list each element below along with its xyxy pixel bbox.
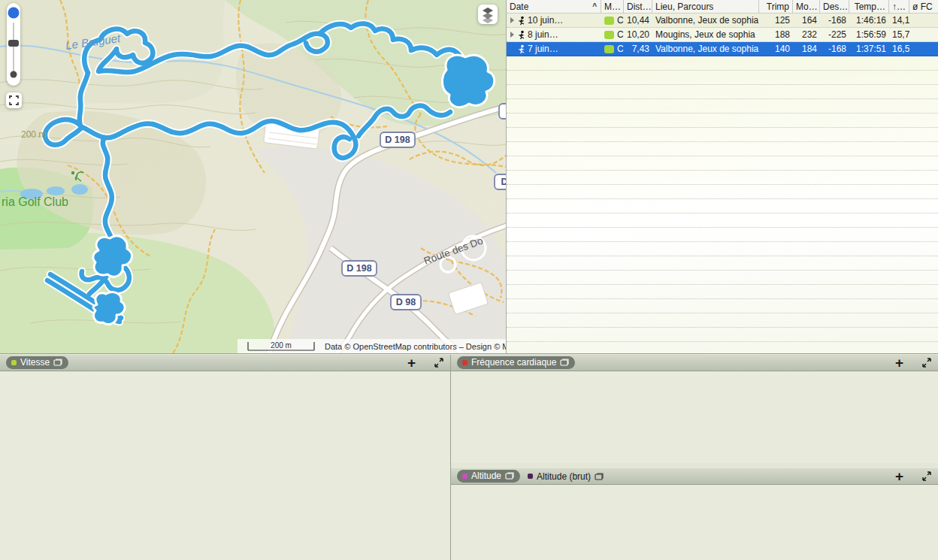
table-row[interactable]: 10 juin…C…10,44Valbonne, Jeux de sophia1… xyxy=(507,14,938,28)
row-temps: 1:37:51 xyxy=(849,44,889,54)
popup-icon[interactable] xyxy=(595,473,604,480)
locate-button[interactable] xyxy=(8,8,20,19)
shield-d98: D 98 xyxy=(396,297,416,307)
add-curve-button[interactable]: + xyxy=(895,470,903,483)
row-lieu: Valbonne, Jeux de sophia xyxy=(652,15,759,26)
vitesse-color-square xyxy=(11,360,17,365)
map-footer: 200 m Data © OpenStreetMap contributors … xyxy=(238,339,507,353)
top-section: Le Bruguet 200 m ria Golf Club Route des… xyxy=(0,0,938,354)
row-montee: 232 xyxy=(793,29,820,40)
altitude-brut-label[interactable]: Altitude (brut) xyxy=(528,471,604,482)
table-header: Date^ M… Dist… Lieu, Parcours Trimp Mo… … xyxy=(507,0,938,14)
popup-icon[interactable] xyxy=(560,359,569,366)
col-date[interactable]: Date^ xyxy=(507,0,601,14)
row-trimp: 188 xyxy=(759,29,793,40)
scale-label: 200 m xyxy=(271,341,292,350)
shield-d198-2: D 198 xyxy=(346,263,371,274)
vitesse-title: Vitesse xyxy=(20,357,50,368)
row-montee: 184 xyxy=(793,44,820,54)
fullscreen-button[interactable] xyxy=(6,92,22,108)
table-row[interactable]: 8 juin…C…10,20Mougins, Jeux de sophia188… xyxy=(507,28,938,42)
right-chart-column: Fréquence cardiaque + xyxy=(451,355,938,560)
fc-header: Fréquence cardiaque + xyxy=(451,355,938,371)
table-row[interactable]: 7 juin…C…7,43Valbonne, Jeux de sophia140… xyxy=(507,42,938,56)
row-lieu: Mougins, Jeux de sophia xyxy=(652,29,759,40)
map-view[interactable]: Le Bruguet 200 m ria Golf Club Route des… xyxy=(0,0,507,353)
expand-icon[interactable] xyxy=(921,358,932,368)
col-descente[interactable]: Des… xyxy=(820,0,849,14)
altitude-brut-color-square xyxy=(528,474,533,479)
fc-chart xyxy=(451,371,938,460)
row-temps: 1:46:16 xyxy=(849,15,889,26)
charts-section: Vitesse + xyxy=(0,355,938,560)
popup-icon[interactable] xyxy=(53,359,62,366)
golf-club-label: ria Golf Club xyxy=(2,195,68,208)
row-montee: 164 xyxy=(793,15,820,26)
add-curve-button[interactable]: + xyxy=(407,356,416,370)
expand-icon[interactable] xyxy=(921,471,932,481)
col-dist[interactable]: Dist… xyxy=(624,0,652,14)
altitude-title: Altitude xyxy=(471,471,501,481)
altitude-chart xyxy=(451,485,938,560)
activity-color-chip xyxy=(604,45,614,53)
row-type: C… xyxy=(617,44,624,54)
row-distance: 10,44 xyxy=(624,15,652,26)
col-m[interactable]: M… xyxy=(601,0,624,14)
zoom-out-dot[interactable] xyxy=(11,71,17,78)
panel-gap xyxy=(451,463,938,468)
vitesse-header: Vitesse + xyxy=(0,355,450,371)
map-canvas[interactable]: Le Bruguet 200 m ria Golf Club Route des… xyxy=(0,0,507,353)
row-date: 8 juin… xyxy=(528,29,558,40)
altitude-color-square xyxy=(462,474,467,479)
col-montee[interactable]: Mo… xyxy=(793,0,820,14)
row-vmax: 14,1 xyxy=(889,15,909,26)
altitude-header: Altitude Altitude (brut) + xyxy=(451,468,938,485)
workout-table: Date^ M… Dist… Lieu, Parcours Trimp Mo… … xyxy=(507,0,938,353)
contour-label: 200 m xyxy=(21,129,46,140)
app-window: Le Bruguet 200 m ria Golf Club Route des… xyxy=(0,0,938,560)
activity-color-chip xyxy=(604,31,614,39)
vitesse-pill[interactable]: Vitesse xyxy=(6,356,68,369)
row-type: C… xyxy=(617,29,624,40)
runner-icon xyxy=(516,30,525,40)
disclosure-triangle[interactable] xyxy=(510,17,514,23)
col-fc[interactable]: ø FC xyxy=(909,0,938,14)
svg-text:D: D xyxy=(501,177,507,187)
fc-title: Fréquence cardiaque xyxy=(471,357,556,368)
col-temps[interactable]: Temp… xyxy=(849,0,889,14)
runner-icon xyxy=(516,16,525,26)
activity-color-chip xyxy=(604,17,614,25)
runner-icon xyxy=(516,44,525,54)
layers-icon xyxy=(483,8,493,23)
fc-color-square xyxy=(462,360,467,365)
row-date: 10 juin… xyxy=(528,15,563,26)
row-date: 7 juin… xyxy=(528,44,558,54)
row-trimp: 140 xyxy=(759,44,793,54)
add-curve-button[interactable]: + xyxy=(895,356,903,370)
row-vmax: 16,5 xyxy=(889,44,909,54)
fc-pill[interactable]: Fréquence cardiaque xyxy=(457,356,575,369)
expand-icon[interactable] xyxy=(434,358,444,368)
disclosure-triangle[interactable] xyxy=(510,32,514,38)
row-distance: 7,43 xyxy=(624,44,652,54)
row-temps: 1:56:59 xyxy=(849,29,889,40)
col-trimp[interactable]: Trimp xyxy=(759,0,793,14)
fc-panel: Fréquence cardiaque + xyxy=(451,355,938,463)
zoom-slider-handle[interactable] xyxy=(8,40,19,47)
table-body: 10 juin…C…10,44Valbonne, Jeux de sophia1… xyxy=(507,14,938,56)
row-vmax: 15,7 xyxy=(889,29,909,40)
vitesse-chart xyxy=(0,371,451,560)
row-trimp: 125 xyxy=(759,15,793,26)
row-descente: -168 xyxy=(820,44,849,54)
sort-indicator: ^ xyxy=(592,0,597,14)
altitude-panel: Altitude Altitude (brut) + xyxy=(451,468,938,560)
col-vmax[interactable]: ↑… xyxy=(889,0,909,14)
row-distance: 10,20 xyxy=(624,29,652,40)
map-attribution: Data © OpenStreetMap contributors – Desi… xyxy=(325,342,507,351)
row-descente: -225 xyxy=(820,29,849,40)
row-descente: -168 xyxy=(820,15,849,26)
altitude-pill[interactable]: Altitude xyxy=(457,470,520,483)
popup-icon[interactable] xyxy=(505,472,514,480)
row-lieu: Valbonne, Jeux de sophia xyxy=(652,44,759,54)
col-lieu[interactable]: Lieu, Parcours xyxy=(652,0,759,14)
